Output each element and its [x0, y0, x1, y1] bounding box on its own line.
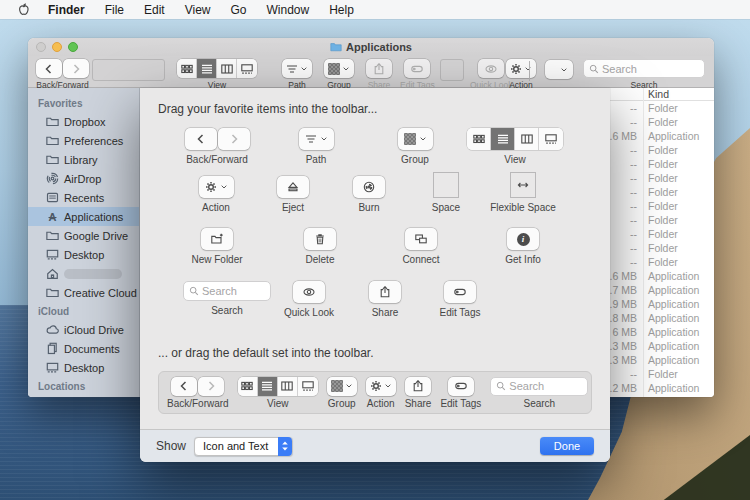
palette-connect[interactable]: Connect	[366, 228, 476, 265]
toolbar-divider	[529, 61, 530, 81]
palette-get-info[interactable]: i Get Info	[468, 228, 578, 265]
kind-column-header[interactable]: Kind	[648, 88, 669, 100]
airdrop-icon	[46, 172, 59, 185]
toolbar-drop-placeholder	[92, 59, 165, 81]
action-button[interactable]	[506, 59, 536, 78]
desktop-icon	[46, 248, 59, 261]
list-view-segment[interactable]	[491, 128, 515, 150]
sidebar-item-icloud-drive[interactable]: iCloud Drive	[28, 320, 139, 339]
view-segmented-control[interactable]	[177, 59, 257, 78]
default-toolbar-set[interactable]: Back/Forward View Group Action Share Edi…	[158, 371, 592, 414]
forward-button[interactable]	[63, 59, 89, 78]
sidebar-item-desktop[interactable]: Desktop	[28, 245, 139, 264]
sidebar-item-creative-cloud-file[interactable]: Creative Cloud File	[28, 283, 139, 302]
menu-item-file[interactable]: File	[95, 3, 134, 17]
palette-new-folder[interactable]: New Folder	[162, 228, 272, 265]
default-view[interactable]: View	[238, 377, 318, 409]
sidebar-item-documents[interactable]: Documents	[28, 339, 139, 358]
sidebar-item-label: Preferences	[64, 135, 123, 147]
sidebar-item-label: Creative Cloud File	[64, 287, 139, 299]
toolbar-drop-placeholder-2	[440, 59, 464, 81]
cloud-icon	[46, 323, 59, 336]
palette-group[interactable]: Group	[360, 128, 470, 165]
gallery-view-segment[interactable]	[237, 59, 257, 78]
folder-icon	[46, 115, 59, 128]
menu-item-go[interactable]: Go	[221, 3, 257, 17]
palette-path[interactable]: Path	[261, 128, 371, 165]
forward-button[interactable]	[218, 128, 250, 150]
default-action[interactable]: Action	[366, 377, 396, 409]
sidebar-item-applications[interactable]: AApplications	[28, 207, 139, 226]
minimize-button[interactable]	[52, 42, 62, 52]
kind-cell: Application	[637, 311, 699, 325]
sidebar-item-label: Documents	[64, 343, 120, 355]
default-group[interactable]: Group	[327, 377, 357, 409]
sidebar-section-favorites: Favorites	[28, 94, 139, 112]
share-button[interactable]	[366, 59, 392, 78]
back-forward-label: Back/Forward	[36, 80, 88, 90]
redacted-username	[64, 269, 122, 279]
sidebar-item-recents[interactable]: Recents	[28, 188, 139, 207]
palette-back-forward[interactable]: Back/Forward	[162, 128, 272, 165]
palette-delete[interactable]: Delete	[265, 228, 375, 265]
show-mode-select[interactable]: Icon and Text	[194, 437, 293, 456]
default-back-forward[interactable]: Back/Forward	[167, 377, 229, 409]
list-view-segment[interactable]	[197, 59, 217, 78]
mini-dropdown-button[interactable]	[545, 60, 573, 79]
apple-menu[interactable]	[17, 3, 30, 16]
menu-item-edit[interactable]: Edit	[134, 3, 175, 17]
column-view-segment[interactable]	[515, 128, 539, 150]
sidebar-item-library[interactable]: Library	[28, 150, 139, 169]
flexible-space-icon	[510, 172, 536, 198]
sidebar-item-home[interactable]	[28, 264, 139, 283]
toolbar-search-field[interactable]: Search	[583, 59, 705, 78]
sheet-intro-text: Drag your favorite items into the toolba…	[158, 102, 377, 116]
palette-edit-tags[interactable]: Edit Tags	[405, 281, 515, 318]
search-field: Search	[490, 377, 588, 396]
sidebar-item-airdrop[interactable]: AirDrop	[28, 169, 139, 188]
zoom-button[interactable]	[68, 42, 78, 52]
sidebar-item-label: Desktop	[64, 362, 104, 374]
folder-icon	[330, 41, 342, 53]
sidebar-item-google-drive[interactable]: Google Drive	[28, 226, 139, 245]
back-button	[171, 377, 197, 396]
select-stepper-icon	[278, 437, 292, 456]
palette-view[interactable]: View	[460, 128, 570, 165]
close-button[interactable]	[36, 42, 46, 52]
group-button[interactable]	[324, 59, 354, 78]
window-title: Applications	[330, 41, 412, 53]
menu-bar: FinderFileEditViewGoWindowHelp	[0, 0, 750, 19]
gallery-view-segment[interactable]	[539, 128, 563, 150]
sidebar-item-desktop[interactable]: Desktop	[28, 358, 139, 377]
recents-icon	[46, 191, 59, 204]
icon-view-segment[interactable]	[467, 128, 491, 150]
sidebar-item-label: Google Drive	[64, 230, 128, 242]
sidebar-item-preferences[interactable]: Preferences	[28, 131, 139, 150]
menu-item-view[interactable]: View	[175, 3, 221, 17]
icon-view-segment[interactable]	[177, 59, 197, 78]
done-button[interactable]: Done	[540, 437, 594, 455]
default-share[interactable]: Share	[405, 377, 432, 409]
edit-tags-button[interactable]	[404, 59, 430, 78]
title-bar: Applications	[28, 38, 714, 56]
quick-look-button[interactable]	[478, 59, 504, 78]
sidebar-item-label: iCloud Drive	[64, 324, 124, 336]
default-edit-tags[interactable]: Edit Tags	[440, 377, 481, 409]
sidebar-item-label: AirDrop	[64, 173, 101, 185]
menu-item-help[interactable]: Help	[319, 3, 364, 17]
menu-item-window[interactable]: Window	[257, 3, 320, 17]
default-search[interactable]: Search Search	[490, 377, 588, 409]
docs-icon	[46, 342, 59, 355]
path-button[interactable]	[282, 59, 312, 78]
sidebar-item-dropbox[interactable]: Dropbox	[28, 112, 139, 131]
palette-flexible-space[interactable]: Flexible Space	[468, 172, 578, 213]
menu-item-finder[interactable]: Finder	[38, 3, 95, 17]
sidebar-item-label: Library	[64, 154, 98, 166]
back-button[interactable]	[36, 59, 62, 78]
column-view-segment[interactable]	[217, 59, 237, 78]
kind-cell: Application	[637, 283, 699, 297]
kind-cell: Application	[637, 297, 699, 311]
sidebar-section-icloud: iCloud	[28, 302, 139, 320]
kind-cell: Application	[637, 339, 699, 353]
back-button[interactable]	[185, 128, 217, 150]
